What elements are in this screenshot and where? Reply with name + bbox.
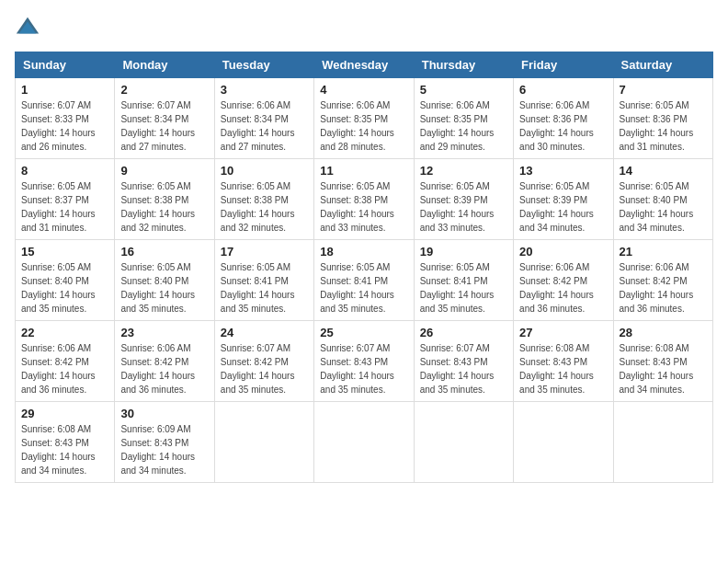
- calendar-week-2: 8Sunrise: 6:05 AMSunset: 8:37 PMDaylight…: [16, 159, 713, 240]
- calendar-cell: 8Sunrise: 6:05 AMSunset: 8:37 PMDaylight…: [16, 159, 115, 240]
- day-info: Sunrise: 6:05 AMSunset: 8:40 PMDaylight:…: [120, 260, 208, 316]
- calendar-week-1: 1Sunrise: 6:07 AMSunset: 8:33 PMDaylight…: [16, 78, 713, 159]
- day-info: Sunrise: 6:06 AMSunset: 8:35 PMDaylight:…: [420, 98, 507, 154]
- calendar-cell: 27Sunrise: 6:08 AMSunset: 8:43 PMDayligh…: [514, 321, 613, 402]
- day-number: 13: [519, 164, 607, 178]
- day-number: 14: [620, 164, 707, 178]
- calendar-header-tuesday: Tuesday: [214, 52, 313, 78]
- calendar-cell: [613, 402, 712, 483]
- day-info: Sunrise: 6:06 AMSunset: 8:42 PMDaylight:…: [21, 341, 108, 396]
- calendar-week-4: 22Sunrise: 6:06 AMSunset: 8:42 PMDayligh…: [16, 321, 713, 402]
- day-info: Sunrise: 6:07 AMSunset: 8:34 PMDaylight:…: [120, 98, 208, 154]
- day-number: 22: [21, 326, 108, 339]
- day-info: Sunrise: 6:05 AMSunset: 8:38 PMDaylight:…: [320, 179, 407, 235]
- calendar-cell: 7Sunrise: 6:05 AMSunset: 8:36 PMDaylight…: [613, 78, 712, 159]
- day-number: 29: [21, 407, 108, 420]
- day-info: Sunrise: 6:05 AMSunset: 8:40 PMDaylight:…: [620, 179, 707, 235]
- day-number: 2: [120, 83, 208, 97]
- logo: [15, 15, 44, 40]
- calendar-cell: 6Sunrise: 6:06 AMSunset: 8:36 PMDaylight…: [514, 78, 613, 159]
- calendar-cell: 21Sunrise: 6:06 AMSunset: 8:42 PMDayligh…: [613, 240, 712, 321]
- calendar-cell: 28Sunrise: 6:08 AMSunset: 8:43 PMDayligh…: [613, 321, 712, 402]
- day-number: 9: [120, 164, 208, 178]
- day-info: Sunrise: 6:05 AMSunset: 8:38 PMDaylight:…: [221, 179, 308, 235]
- day-info: Sunrise: 6:05 AMSunset: 8:39 PMDaylight:…: [519, 179, 607, 235]
- day-info: Sunrise: 6:05 AMSunset: 8:40 PMDaylight:…: [21, 260, 108, 316]
- day-number: 20: [519, 245, 607, 259]
- calendar-header-saturday: Saturday: [613, 52, 712, 78]
- calendar-cell: 16Sunrise: 6:05 AMSunset: 8:40 PMDayligh…: [115, 240, 214, 321]
- calendar-cell: 19Sunrise: 6:05 AMSunset: 8:41 PMDayligh…: [414, 240, 513, 321]
- calendar-cell: 30Sunrise: 6:09 AMSunset: 8:43 PMDayligh…: [115, 402, 214, 483]
- day-info: Sunrise: 6:05 AMSunset: 8:39 PMDaylight:…: [420, 179, 507, 235]
- day-info: Sunrise: 6:05 AMSunset: 8:36 PMDaylight:…: [620, 98, 707, 154]
- day-info: Sunrise: 6:06 AMSunset: 8:34 PMDaylight:…: [221, 98, 308, 154]
- calendar-cell: 9Sunrise: 6:05 AMSunset: 8:38 PMDaylight…: [115, 159, 214, 240]
- calendar-cell: 24Sunrise: 6:07 AMSunset: 8:42 PMDayligh…: [214, 321, 313, 402]
- day-number: 3: [221, 83, 308, 97]
- calendar-cell: 20Sunrise: 6:06 AMSunset: 8:42 PMDayligh…: [514, 240, 613, 321]
- day-number: 11: [320, 164, 407, 178]
- calendar-cell: [214, 402, 313, 483]
- day-number: 25: [320, 326, 407, 339]
- day-info: Sunrise: 6:08 AMSunset: 8:43 PMDaylight:…: [519, 341, 607, 396]
- calendar-cell: 2Sunrise: 6:07 AMSunset: 8:34 PMDaylight…: [115, 78, 214, 159]
- day-info: Sunrise: 6:07 AMSunset: 8:33 PMDaylight:…: [21, 98, 108, 154]
- calendar-cell: 13Sunrise: 6:05 AMSunset: 8:39 PMDayligh…: [514, 159, 613, 240]
- day-number: 8: [21, 164, 108, 178]
- day-number: 30: [120, 407, 208, 420]
- day-info: Sunrise: 6:09 AMSunset: 8:43 PMDaylight:…: [120, 422, 208, 477]
- calendar-cell: 26Sunrise: 6:07 AMSunset: 8:43 PMDayligh…: [414, 321, 513, 402]
- calendar-cell: [314, 402, 414, 483]
- day-info: Sunrise: 6:07 AMSunset: 8:43 PMDaylight:…: [320, 341, 407, 396]
- calendar-cell: 5Sunrise: 6:06 AMSunset: 8:35 PMDaylight…: [414, 78, 513, 159]
- calendar-header-monday: Monday: [115, 52, 214, 78]
- day-info: Sunrise: 6:06 AMSunset: 8:42 PMDaylight:…: [519, 260, 607, 316]
- calendar-header-friday: Friday: [514, 52, 613, 78]
- day-number: 26: [420, 326, 507, 339]
- day-number: 16: [120, 245, 208, 259]
- day-number: 6: [519, 83, 607, 97]
- calendar-table: SundayMondayTuesdayWednesdayThursdayFrid…: [15, 52, 713, 483]
- calendar-cell: 17Sunrise: 6:05 AMSunset: 8:41 PMDayligh…: [214, 240, 313, 321]
- page-header: [15, 15, 713, 40]
- day-number: 5: [420, 83, 507, 97]
- calendar-header-wednesday: Wednesday: [314, 52, 414, 78]
- calendar-cell: 29Sunrise: 6:08 AMSunset: 8:43 PMDayligh…: [16, 402, 115, 483]
- day-number: 7: [620, 83, 707, 97]
- calendar-cell: 10Sunrise: 6:05 AMSunset: 8:38 PMDayligh…: [214, 159, 313, 240]
- day-info: Sunrise: 6:06 AMSunset: 8:36 PMDaylight:…: [519, 98, 607, 154]
- day-number: 19: [420, 245, 507, 259]
- day-number: 17: [221, 245, 308, 259]
- day-number: 18: [320, 245, 407, 259]
- calendar-cell: 12Sunrise: 6:05 AMSunset: 8:39 PMDayligh…: [414, 159, 513, 240]
- calendar-cell: [414, 402, 513, 483]
- day-info: Sunrise: 6:06 AMSunset: 8:35 PMDaylight:…: [320, 98, 407, 154]
- day-number: 27: [519, 326, 607, 339]
- calendar-cell: 4Sunrise: 6:06 AMSunset: 8:35 PMDaylight…: [314, 78, 414, 159]
- calendar-week-3: 15Sunrise: 6:05 AMSunset: 8:40 PMDayligh…: [16, 240, 713, 321]
- day-number: 15: [21, 245, 108, 259]
- calendar-header-row: SundayMondayTuesdayWednesdayThursdayFrid…: [16, 52, 713, 78]
- day-info: Sunrise: 6:05 AMSunset: 8:41 PMDaylight:…: [420, 260, 507, 316]
- calendar-cell: 15Sunrise: 6:05 AMSunset: 8:40 PMDayligh…: [16, 240, 115, 321]
- day-info: Sunrise: 6:05 AMSunset: 8:38 PMDaylight:…: [120, 179, 208, 235]
- day-number: 10: [221, 164, 308, 178]
- calendar-cell: 22Sunrise: 6:06 AMSunset: 8:42 PMDayligh…: [16, 321, 115, 402]
- calendar-cell: 25Sunrise: 6:07 AMSunset: 8:43 PMDayligh…: [314, 321, 414, 402]
- calendar-header-sunday: Sunday: [16, 52, 115, 78]
- day-info: Sunrise: 6:08 AMSunset: 8:43 PMDaylight:…: [21, 422, 108, 477]
- calendar-cell: 1Sunrise: 6:07 AMSunset: 8:33 PMDaylight…: [16, 78, 115, 159]
- calendar-cell: 11Sunrise: 6:05 AMSunset: 8:38 PMDayligh…: [314, 159, 414, 240]
- day-info: Sunrise: 6:06 AMSunset: 8:42 PMDaylight:…: [620, 260, 707, 316]
- calendar-cell: 18Sunrise: 6:05 AMSunset: 8:41 PMDayligh…: [314, 240, 414, 321]
- day-number: 24: [221, 326, 308, 339]
- day-number: 28: [620, 326, 707, 339]
- calendar-cell: 23Sunrise: 6:06 AMSunset: 8:42 PMDayligh…: [115, 321, 214, 402]
- day-info: Sunrise: 6:07 AMSunset: 8:43 PMDaylight:…: [420, 341, 507, 396]
- day-info: Sunrise: 6:07 AMSunset: 8:42 PMDaylight:…: [221, 341, 308, 396]
- day-info: Sunrise: 6:05 AMSunset: 8:41 PMDaylight:…: [221, 260, 308, 316]
- calendar-cell: 3Sunrise: 6:06 AMSunset: 8:34 PMDaylight…: [214, 78, 313, 159]
- calendar-header-thursday: Thursday: [414, 52, 513, 78]
- calendar-week-5: 29Sunrise: 6:08 AMSunset: 8:43 PMDayligh…: [16, 402, 713, 483]
